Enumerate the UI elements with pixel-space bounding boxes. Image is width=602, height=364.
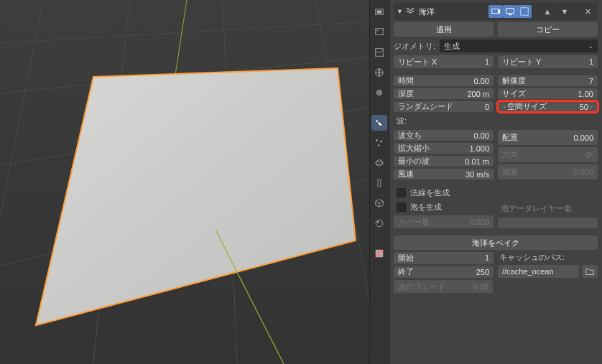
svg-rect-14 xyxy=(376,29,384,35)
viewport-3d[interactable] xyxy=(0,0,369,364)
direction-field: 方向0° xyxy=(498,147,598,162)
svg-point-20 xyxy=(380,141,382,143)
scale-field[interactable]: 拡大縮小1.000 xyxy=(394,143,494,154)
wave-section-header: 波: xyxy=(394,114,598,128)
foam-coverage-field: カバー量0.000 xyxy=(394,215,494,228)
cache-path-label: キャッシュのパス: xyxy=(498,252,598,263)
svg-rect-29 xyxy=(376,253,379,257)
svg-point-19 xyxy=(376,139,378,141)
chevron-right-icon: › xyxy=(588,103,593,111)
move-down-icon[interactable]: ▼ xyxy=(557,5,572,18)
geometry-label: ジオメトリ: xyxy=(394,41,435,52)
foam-fade-field: 泡のフェード0.98 xyxy=(394,280,493,293)
random-seed-field[interactable]: ランダムシード0 xyxy=(394,101,494,112)
svg-point-24 xyxy=(376,220,383,227)
properties-tab-strip xyxy=(369,0,389,364)
time-field[interactable]: 時間0.00 xyxy=(394,75,494,86)
svg-rect-26 xyxy=(376,250,379,253)
repeat-y-field[interactable]: リピート Y1 xyxy=(498,55,598,68)
svg-rect-30 xyxy=(492,9,499,14)
generate-normals-checkbox[interactable]: 法線を生成 xyxy=(394,187,494,199)
repeat-x-field[interactable]: リピート X1 xyxy=(394,55,494,68)
tab-particles-icon[interactable] xyxy=(371,135,387,151)
choppiness-field[interactable]: 波立ち0.00 xyxy=(394,130,494,141)
svg-rect-28 xyxy=(379,250,383,253)
close-icon[interactable]: ✕ xyxy=(580,5,595,18)
tab-texture-icon[interactable] xyxy=(371,246,387,261)
frame-start-field[interactable]: 開始1 xyxy=(394,252,494,264)
depth-field[interactable]: 深度200 m xyxy=(394,88,494,99)
svg-rect-33 xyxy=(521,8,529,16)
damping-field: 減衰0.500 xyxy=(498,164,598,179)
modifier-header: ▼ 海洋 ▲ ▼ ✕ xyxy=(394,3,598,20)
geometry-mode-select[interactable]: 生成 ⌄ xyxy=(440,39,598,52)
tab-physics-icon[interactable] xyxy=(371,155,387,171)
chevron-left-icon: ‹ xyxy=(502,103,507,111)
svg-rect-31 xyxy=(506,9,514,14)
tab-view-layer-icon[interactable] xyxy=(371,45,387,60)
tab-render-icon[interactable] xyxy=(371,4,387,20)
copy-button[interactable]: コピー xyxy=(498,22,598,37)
wind-velocity-field[interactable]: 風速30 m/s xyxy=(394,169,494,179)
cache-path-field[interactable]: //cache_ocean xyxy=(498,265,579,278)
svg-point-22 xyxy=(376,160,383,167)
display-render-icon[interactable] xyxy=(488,5,503,18)
svg-rect-32 xyxy=(509,14,511,16)
svg-rect-27 xyxy=(379,253,383,257)
folder-browse-icon[interactable] xyxy=(582,265,598,278)
tab-scene-icon[interactable] xyxy=(371,65,387,80)
foam-layer-label: 泡データレイヤー名: xyxy=(498,202,598,215)
smallest-wave-field[interactable]: 最小の波0.01 m xyxy=(394,156,494,167)
tab-material-icon[interactable] xyxy=(371,215,387,231)
tab-output-icon[interactable] xyxy=(371,24,387,40)
frame-end-field[interactable]: 終了250 xyxy=(394,266,494,279)
expand-toggle-icon[interactable]: ▼ xyxy=(397,8,403,15)
svg-point-15 xyxy=(377,30,379,32)
tab-mesh-icon[interactable] xyxy=(371,195,387,211)
svg-point-25 xyxy=(377,221,379,223)
foam-layer-name-field xyxy=(498,218,598,228)
modifier-properties-panel: ▼ 海洋 ▲ ▼ ✕ 適用 コピー ジオメトリ: 生成 ⌄ リピート X1 リピ… xyxy=(389,0,602,364)
chevron-down-icon: ⌄ xyxy=(588,43,593,50)
svg-rect-13 xyxy=(377,10,382,13)
svg-point-21 xyxy=(378,144,380,146)
spatial-size-field[interactable]: ‹空間サイズ50› xyxy=(498,101,598,112)
modifier-name[interactable]: 海洋 xyxy=(419,6,486,17)
size-field[interactable]: サイズ1.00 xyxy=(498,88,598,99)
apply-button[interactable]: 適用 xyxy=(394,22,494,37)
tab-modifier-icon[interactable] xyxy=(371,115,387,131)
bake-ocean-button[interactable]: 海洋をベイク xyxy=(394,235,598,250)
move-up-icon[interactable]: ▲ xyxy=(540,5,555,18)
tab-world-icon[interactable] xyxy=(371,85,387,101)
svg-point-18 xyxy=(376,90,383,96)
display-editmode-icon[interactable] xyxy=(517,5,532,18)
alignment-field[interactable]: 配置0.000 xyxy=(498,130,598,145)
resolution-field[interactable]: 解像度7 xyxy=(498,75,598,86)
ocean-modifier-icon xyxy=(406,6,416,17)
svg-point-23 xyxy=(376,162,384,164)
display-realtime-icon[interactable] xyxy=(503,5,517,18)
tab-constraint-icon[interactable] xyxy=(371,175,387,191)
generate-foam-checkbox[interactable]: 泡を生成 xyxy=(394,201,494,213)
